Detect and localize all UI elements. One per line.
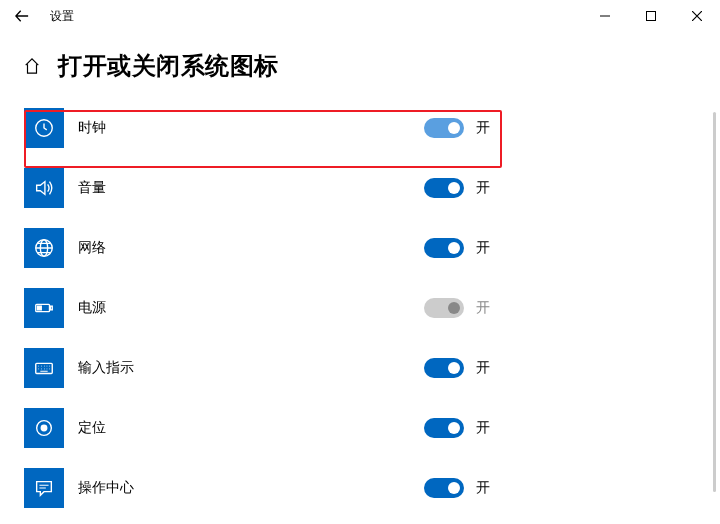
battery-icon bbox=[24, 288, 64, 328]
toggle-state: 开 bbox=[476, 479, 490, 497]
row-label: 网络 bbox=[78, 239, 424, 257]
row-label: 操作中心 bbox=[78, 479, 424, 497]
toggle-ime[interactable] bbox=[424, 358, 464, 378]
row-location: 定位 开 bbox=[24, 408, 720, 448]
toggle-state: 开 bbox=[476, 419, 490, 437]
row-volume: 音量 开 bbox=[24, 168, 720, 208]
volume-icon bbox=[24, 168, 64, 208]
row-label: 音量 bbox=[78, 179, 424, 197]
keyboard-icon bbox=[24, 348, 64, 388]
close-button[interactable] bbox=[674, 0, 720, 32]
row-power: 电源 开 bbox=[24, 288, 720, 328]
home-button[interactable] bbox=[22, 56, 42, 76]
page-title: 打开或关闭系统图标 bbox=[58, 50, 279, 82]
svg-point-9 bbox=[41, 425, 47, 431]
toggle-state: 开 bbox=[476, 179, 490, 197]
back-button[interactable] bbox=[8, 2, 36, 30]
toggle-state: 开 bbox=[476, 239, 490, 257]
target-icon bbox=[24, 408, 64, 448]
titlebar: 设置 bbox=[0, 0, 720, 32]
globe-icon bbox=[24, 228, 64, 268]
row-label: 定位 bbox=[78, 419, 424, 437]
svg-rect-0 bbox=[647, 12, 656, 21]
toggle-action-center[interactable] bbox=[424, 478, 464, 498]
row-ime: 输入指示 开 bbox=[24, 348, 720, 388]
toggle-state: 开 bbox=[476, 299, 490, 317]
toggle-location[interactable] bbox=[424, 418, 464, 438]
svg-rect-6 bbox=[38, 306, 42, 310]
clock-icon bbox=[24, 108, 64, 148]
row-network: 网络 开 bbox=[24, 228, 720, 268]
minimize-button[interactable] bbox=[582, 0, 628, 32]
system-icons-list: 时钟 开 音量 开 网络 开 电源 开 bbox=[0, 108, 720, 508]
page-header: 打开或关闭系统图标 bbox=[0, 32, 720, 82]
svg-rect-5 bbox=[50, 306, 52, 310]
window-title: 设置 bbox=[50, 8, 74, 25]
maximize-button[interactable] bbox=[628, 0, 674, 32]
scrollbar[interactable] bbox=[713, 112, 716, 492]
toggle-power bbox=[424, 298, 464, 318]
toggle-state: 开 bbox=[476, 119, 490, 137]
toggle-clock[interactable] bbox=[424, 118, 464, 138]
toggle-state: 开 bbox=[476, 359, 490, 377]
row-label: 输入指示 bbox=[78, 359, 424, 377]
window-controls bbox=[582, 0, 720, 32]
toggle-volume[interactable] bbox=[424, 178, 464, 198]
row-label: 时钟 bbox=[78, 119, 424, 137]
message-icon bbox=[24, 468, 64, 508]
row-action-center: 操作中心 开 bbox=[24, 468, 720, 508]
toggle-network[interactable] bbox=[424, 238, 464, 258]
row-label: 电源 bbox=[78, 299, 424, 317]
row-clock: 时钟 开 bbox=[24, 108, 720, 148]
